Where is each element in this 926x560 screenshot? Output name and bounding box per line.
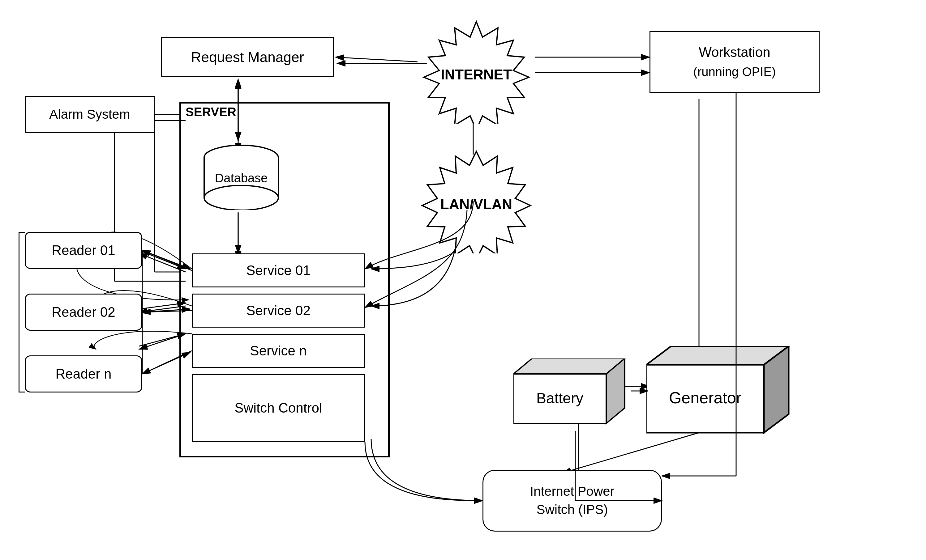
svg-text:Battery: Battery bbox=[536, 390, 583, 406]
reader01-box: Reader 01 bbox=[25, 232, 142, 269]
service01-box: Service 01 bbox=[192, 254, 365, 287]
reader02-label: Reader 02 bbox=[51, 305, 115, 320]
svg-line-17 bbox=[139, 334, 186, 346]
server-label: SERVER bbox=[186, 105, 236, 119]
database-shape: Database bbox=[201, 142, 281, 210]
switch-control-label: Switch Control bbox=[235, 400, 322, 416]
reader01-label: Reader 01 bbox=[51, 243, 115, 258]
ips-label: Internet PowerSwitch (IPS) bbox=[530, 482, 614, 519]
internet-shape: INTERNET bbox=[418, 18, 535, 124]
svg-text:INTERNET: INTERNET bbox=[441, 66, 512, 83]
svg-text:LAN/VLAN: LAN/VLAN bbox=[440, 196, 513, 212]
svg-line-16 bbox=[139, 303, 186, 309]
generator-box: Generator bbox=[646, 346, 801, 439]
workstation-label: Workstation(running OPIE) bbox=[693, 43, 776, 81]
diagram: Request Manager Alarm System SERVER Data… bbox=[0, 0, 926, 560]
readern-box: Reader n bbox=[25, 355, 142, 392]
reader02-box: Reader 02 bbox=[25, 294, 142, 331]
workstation-box: Workstation(running OPIE) bbox=[649, 31, 820, 93]
switch-control-box: Switch Control bbox=[192, 374, 365, 442]
lanvlan-shape: LAN/VLAN bbox=[418, 148, 535, 254]
svg-text:Database: Database bbox=[215, 171, 268, 185]
service02-label: Service 02 bbox=[246, 303, 310, 318]
alarm-system-box: Alarm System bbox=[25, 96, 154, 133]
svg-line-53 bbox=[336, 57, 418, 62]
request-manager-box: Request Manager bbox=[161, 37, 334, 77]
svg-line-14 bbox=[139, 334, 186, 349]
svg-line-15 bbox=[139, 251, 186, 269]
svg-line-12 bbox=[139, 254, 186, 272]
readern-label: Reader n bbox=[55, 366, 111, 382]
servicen-box: Service n bbox=[192, 334, 365, 368]
servicen-label: Service n bbox=[250, 343, 307, 359]
svg-line-13 bbox=[139, 306, 186, 312]
svg-point-26 bbox=[204, 186, 278, 210]
alarm-system-label: Alarm System bbox=[49, 107, 130, 122]
service02-box: Service 02 bbox=[192, 294, 365, 328]
battery-box: Battery bbox=[513, 359, 631, 430]
svg-text:Generator: Generator bbox=[669, 389, 741, 407]
readers-bracket bbox=[18, 232, 25, 392]
request-manager-label: Request Manager bbox=[191, 49, 304, 65]
ips-box: Internet PowerSwitch (IPS) bbox=[483, 470, 662, 531]
service01-label: Service 01 bbox=[246, 263, 310, 278]
